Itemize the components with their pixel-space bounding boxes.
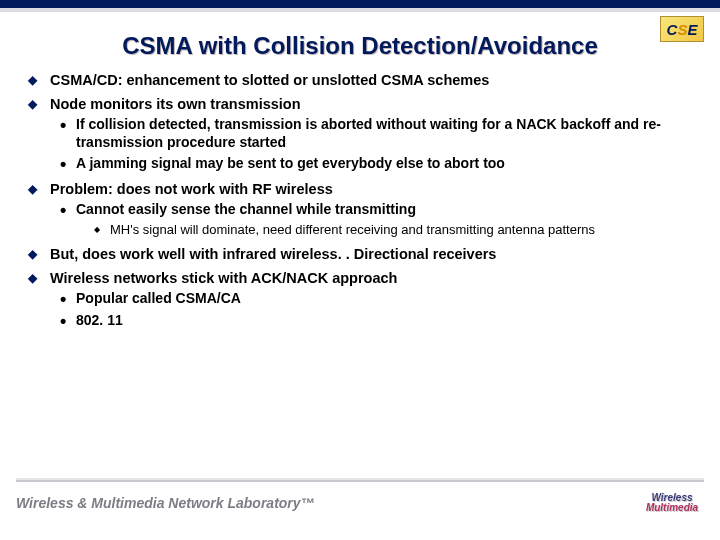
top-accent-bar xyxy=(0,0,720,8)
sub-bullet-item: 802. 11 xyxy=(50,312,692,330)
sub-bullet-text: Popular called CSMA/CA xyxy=(76,290,241,306)
footer-text: Wireless & Multimedia Network Laboratory… xyxy=(16,495,315,511)
bullet-item: Wireless networks stick with ACK/NACK ap… xyxy=(28,270,692,329)
bullet-text: CSMA/CD: enhancement to slotted or unslo… xyxy=(50,72,489,88)
sub-sub-bullet-text: MH's signal will dominate, need differen… xyxy=(110,222,595,237)
sub-sub-bullet-item: MH's signal will dominate, need differen… xyxy=(76,222,692,238)
sub-bullet-text: 802. 11 xyxy=(76,312,123,328)
bullet-item: But, does work well with infrared wirele… xyxy=(28,246,692,262)
cse-logo: CSE xyxy=(660,16,704,42)
sub-bullet-text: Cannot easily sense the channel while tr… xyxy=(76,201,416,217)
footer-divider xyxy=(16,480,704,482)
bullet-item: Node monitors its own transmission If co… xyxy=(28,96,692,173)
sub-bullet-text: If collision detected, transmission is a… xyxy=(76,116,661,150)
sub-bullet-item: Cannot easily sense the channel while tr… xyxy=(50,201,692,239)
sub-bullet-item: Popular called CSMA/CA xyxy=(50,290,692,308)
bullet-text: Problem: does not work with RF wireless xyxy=(50,181,333,197)
wireless-multimedia-logo: Wireless Multimedia xyxy=(640,486,704,520)
slide-title: CSMA with Collision Detection/Avoidance xyxy=(0,12,720,72)
sub-bullet-text: A jamming signal may be sent to get ever… xyxy=(76,155,505,171)
sub-bullet-item: If collision detected, transmission is a… xyxy=(50,116,692,151)
slide-body: CSMA/CD: enhancement to slotted or unslo… xyxy=(0,72,720,329)
footer: Wireless & Multimedia Network Laboratory… xyxy=(16,480,704,520)
bullet-text: Wireless networks stick with ACK/NACK ap… xyxy=(50,270,397,286)
sub-bullet-item: A jamming signal may be sent to get ever… xyxy=(50,155,692,173)
bullet-text: But, does work well with infrared wirele… xyxy=(50,246,496,262)
logo-row2: Multimedia xyxy=(646,503,698,513)
bullet-item: CSMA/CD: enhancement to slotted or unslo… xyxy=(28,72,692,88)
logo-letter-e: E xyxy=(687,21,697,38)
logo-letter-s: S xyxy=(677,21,687,38)
bullet-item: Problem: does not work with RF wireless … xyxy=(28,181,692,239)
logo-letter-c: C xyxy=(667,21,678,38)
bullet-text: Node monitors its own transmission xyxy=(50,96,301,112)
